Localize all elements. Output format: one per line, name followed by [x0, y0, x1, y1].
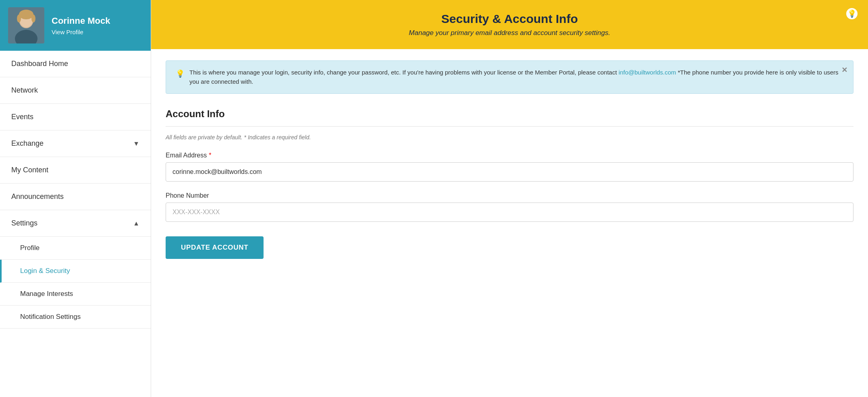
sidebar-item-notification-settings[interactable]: Notification Settings — [0, 306, 151, 329]
fields-note: All fields are private by default. * Ind… — [166, 134, 853, 141]
page-header: Security & Account Info Manage your prim… — [151, 0, 868, 49]
page-subtitle: Manage your primary email address and ac… — [409, 29, 611, 37]
bulb-icon: 💡 — [176, 68, 185, 79]
sidebar-subitem-label: Login & Security — [20, 267, 70, 275]
svg-point-5 — [31, 14, 35, 23]
sidebar-item-label: Dashboard Home — [11, 60, 68, 68]
sidebar-item-profile[interactable]: Profile — [0, 237, 151, 260]
sidebar-item-network[interactable]: Network — [0, 77, 151, 104]
sidebar-item-login-security[interactable]: Login & Security — [0, 260, 151, 283]
sidebar-item-manage-interests[interactable]: Manage Interests — [0, 283, 151, 306]
sidebar-item-events[interactable]: Events — [0, 104, 151, 130]
email-label: Email Address * — [166, 152, 853, 159]
sidebar-subitem-label: Notification Settings — [20, 313, 81, 321]
user-name: Corinne Mock — [52, 16, 110, 26]
phone-input[interactable] — [166, 203, 853, 222]
info-banner-text: This is where you manage your login, sec… — [189, 68, 843, 86]
sidebar-item-exchange[interactable]: Exchange ▼ — [0, 130, 151, 157]
sidebar-item-announcements[interactable]: Announcements — [0, 184, 151, 210]
update-account-button[interactable]: UPDATE ACCOUNT — [166, 236, 264, 259]
lightbulb-icon: 💡 — [845, 7, 858, 20]
user-info: Corinne Mock View Profile — [52, 16, 110, 35]
account-info-title: Account Info — [166, 108, 853, 127]
info-banner: 💡 This is where you manage your login, s… — [166, 60, 853, 94]
sidebar-item-label: My Content — [11, 166, 48, 174]
sidebar-item-label: Settings — [11, 219, 37, 227]
sidebar: Corinne Mock View Profile Dashboard Home… — [0, 0, 151, 397]
page-title: Security & Account Info — [441, 12, 578, 26]
content-area: Account Info All fields are private by d… — [151, 94, 868, 397]
avatar — [8, 7, 44, 43]
sidebar-subitem-label: Manage Interests — [20, 290, 73, 298]
sidebar-item-my-content[interactable]: My Content — [0, 157, 151, 184]
email-form-group: Email Address * — [166, 152, 853, 182]
info-email-link[interactable]: info@builtworlds.com — [619, 69, 676, 76]
user-header: Corinne Mock View Profile — [0, 0, 151, 51]
chevron-up-icon: ▲ — [133, 220, 139, 227]
sidebar-item-label: Events — [11, 113, 33, 121]
svg-point-3 — [19, 10, 33, 19]
phone-label: Phone Number — [166, 192, 853, 199]
main-content: Security & Account Info Manage your prim… — [151, 0, 868, 397]
svg-point-4 — [17, 14, 21, 23]
sidebar-item-label: Exchange — [11, 139, 44, 148]
sidebar-item-label: Network — [11, 86, 38, 95]
sidebar-item-settings[interactable]: Settings ▲ — [0, 210, 151, 237]
required-indicator: * — [209, 152, 211, 159]
view-profile-link[interactable]: View Profile — [52, 29, 110, 35]
chevron-down-icon: ▼ — [133, 140, 139, 147]
close-icon[interactable]: ✕ — [841, 65, 847, 76]
sidebar-subitem-label: Profile — [20, 244, 39, 252]
phone-form-group: Phone Number — [166, 192, 853, 222]
email-input[interactable] — [166, 162, 853, 182]
sidebar-item-label: Announcements — [11, 192, 64, 201]
sidebar-item-dashboard-home[interactable]: Dashboard Home — [0, 51, 151, 77]
